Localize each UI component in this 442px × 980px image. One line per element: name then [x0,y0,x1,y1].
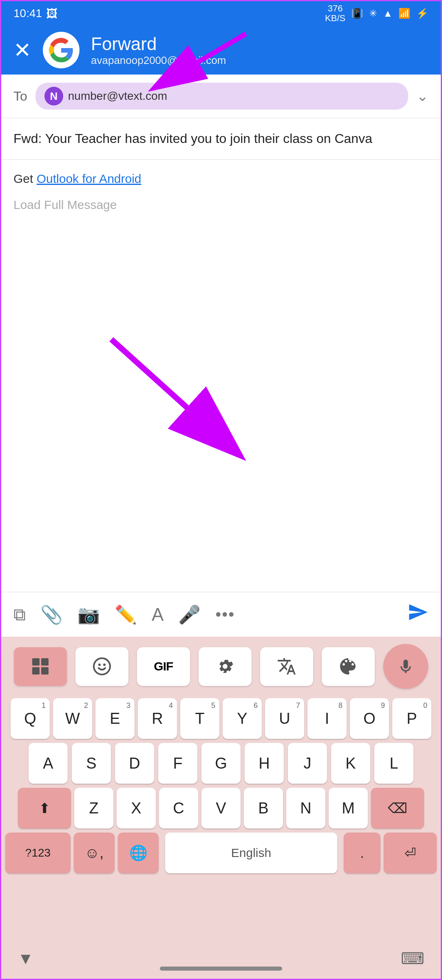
key-f[interactable]: F [158,743,197,784]
key-z[interactable]: Z [74,788,113,828]
svg-point-9 [98,664,101,666]
backspace-key[interactable]: ⌫ [371,788,424,828]
to-label: To [13,89,27,104]
keyboard-bottom-row: ?123 ☺, 🌐 English . ⏎ [1,831,441,875]
recipient-chip[interactable]: N number@vtext.com [35,83,408,110]
space-key[interactable]: English [165,833,337,873]
recipient-avatar: N [44,87,63,105]
add-window-icon[interactable]: ⧉ [13,605,26,624]
header-info: Forward avapanoop2000@gmail.com [91,34,226,67]
emoji-sticker-button[interactable] [75,647,128,686]
key-m[interactable]: M [329,788,368,828]
key-d[interactable]: D [115,743,154,784]
key-e[interactable]: E3 [95,698,135,739]
keyboard-row-zm: ⬆ Z X C V B N M ⌫ [1,786,441,831]
status-right: 376KB/S 📳 ✳ ▲ 📶 ⚡ [325,4,429,23]
language-key[interactable]: 🌐 [118,833,159,873]
subject-text: Fwd: Your Teacher has invited you to joi… [13,131,372,146]
translate-button[interactable] [260,647,313,686]
expand-recipients-button[interactable]: ⌄ [408,88,429,105]
keyboard-special-row: GIF [1,637,441,696]
bluetooth-icon: ✳ [369,8,377,19]
forward-title: Forward [91,34,226,54]
key-q[interactable]: Q1 [11,698,50,739]
key-o[interactable]: O9 [350,698,389,739]
key-w[interactable]: W2 [53,698,92,739]
to-field[interactable]: To N number@vtext.com ⌄ [1,75,441,118]
vibrate-icon: 📳 [351,8,363,19]
keyboard-row-qp: Q1 W2 E3 R4 T5 Y6 U7 I8 O9 P0 [1,696,441,741]
key-u[interactable]: U7 [265,698,304,739]
draw-icon[interactable]: ✏️ [115,604,137,625]
status-left: 10:41 🖼 [13,7,57,20]
key-j[interactable]: J [288,743,327,784]
key-p[interactable]: P0 [392,698,431,739]
more-icon[interactable]: ••• [215,605,235,624]
status-bar: 10:41 🖼 376KB/S 📳 ✳ ▲ 📶 ⚡ [1,1,441,26]
keyboard-layout-button[interactable] [14,647,67,686]
key-g[interactable]: G [201,743,241,784]
number-switch-key[interactable]: ?123 [5,833,71,873]
sender-email: avapanoop2000@gmail.com [91,54,226,67]
body-area[interactable]: Get Outlook for Android Load Full Messag… [1,160,441,404]
compose-toolbar: ⧉ 📎 📷 ✏️ A 🎤 ••• [1,592,441,637]
key-c[interactable]: C [159,788,198,828]
period-key[interactable]: . [344,833,380,873]
key-i[interactable]: I8 [307,698,347,739]
settings-button[interactable] [199,647,252,686]
battery-icon: ⚡ [416,8,429,19]
mic-icon[interactable]: 🎤 [178,604,201,625]
send-button[interactable] [407,602,429,628]
svg-point-10 [103,664,106,666]
font-icon[interactable]: A [152,604,164,625]
shift-key[interactable]: ⬆ [18,788,71,828]
key-n[interactable]: N [286,788,325,828]
svg-rect-6 [32,667,40,675]
key-b[interactable]: B [244,788,283,828]
enter-key[interactable]: ⏎ [384,833,437,873]
image-icon: 🖼 [46,7,57,20]
load-full-message-button[interactable]: Load Full Message [13,198,429,212]
key-y[interactable]: Y6 [223,698,262,739]
keyboard-row-al: A S D F G H J K L [1,741,441,786]
collapse-keyboard-button[interactable]: ▼ [18,949,34,968]
gif-button[interactable]: GIF [137,647,190,686]
svg-rect-4 [32,658,40,666]
keyboard-area: GIF Q1 W2 E3 R4 T5 Y6 U7 I [1,637,441,979]
key-a[interactable]: A [29,743,68,784]
camera-icon[interactable]: 📷 [77,604,100,625]
email-header: ✕ Forward avapanoop2000@gmail.com [1,26,441,75]
voice-input-button[interactable] [383,644,428,689]
recipient-email: number@vtext.com [68,90,167,103]
svg-rect-5 [41,658,49,666]
signal-icon: 📶 [398,8,411,19]
subject-field[interactable]: Fwd: Your Teacher has invited you to joi… [1,118,441,160]
key-k[interactable]: K [331,743,370,784]
google-logo [43,32,80,68]
wifi-icon: ▲ [383,8,393,19]
keyboard-selector-button[interactable]: ⌨ [401,949,424,968]
attachment-icon[interactable]: 📎 [40,604,63,625]
palette-button[interactable] [322,647,375,686]
key-h[interactable]: H [245,743,284,784]
outlook-link[interactable]: Outlook for Android [37,172,141,185]
speed-display: 376KB/S [325,4,345,23]
nav-handle [160,967,282,971]
svg-rect-7 [41,667,49,675]
close-button[interactable]: ✕ [13,40,31,61]
keyboard-nav-bar: ▼ ⌨ [1,938,441,979]
key-x[interactable]: X [117,788,156,828]
time-display: 10:41 [13,7,42,20]
get-outlook-text: Get Outlook for Android [13,172,429,186]
key-t[interactable]: T5 [180,698,219,739]
emoji-key[interactable]: ☺, [74,833,115,873]
key-v[interactable]: V [201,788,241,828]
key-r[interactable]: R4 [138,698,177,739]
key-s[interactable]: S [72,743,111,784]
svg-point-8 [94,658,110,675]
key-l[interactable]: L [374,743,413,784]
